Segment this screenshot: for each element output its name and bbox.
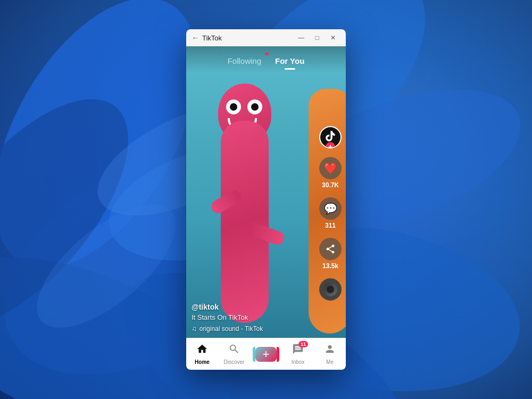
inbox-icon: 11 [292, 343, 304, 358]
eye-right [247, 99, 262, 114]
discover-icon [228, 343, 240, 358]
window-controls: — □ ✕ [294, 30, 340, 45]
share-icon [319, 238, 342, 260]
window-title: TikTok [202, 34, 294, 42]
like-button[interactable]: ❤️ 30.7K [319, 157, 342, 189]
nav-discover[interactable]: Discover [221, 343, 247, 365]
minimize-button[interactable]: — [294, 30, 309, 45]
video-info: @tiktok It Starts On TikTok ♫ original s… [192, 303, 314, 332]
comments-count: 311 [325, 222, 336, 229]
top-navigation: Following For You [186, 46, 346, 73]
arm-left [209, 188, 243, 216]
action-sidebar: + ❤️ 30.7K 💬 311 13.5k [319, 126, 342, 301]
plus-icon: + [263, 347, 270, 361]
pink-tube-man [202, 78, 287, 338]
music-note-icon: ♫ [192, 325, 197, 332]
create-button[interactable]: + [255, 347, 277, 362]
tiktok-window: ← TikTok — □ ✕ Following [186, 29, 346, 370]
music-disc-icon [319, 278, 342, 301]
creator-avatar: + [319, 126, 342, 148]
discover-label: Discover [224, 359, 245, 365]
share-button[interactable]: 13.5k [319, 238, 342, 270]
video-area[interactable]: Following For You + ❤️ [186, 46, 346, 338]
home-icon [196, 343, 208, 358]
nav-home[interactable]: Home [189, 343, 215, 365]
me-icon [324, 343, 336, 358]
close-button[interactable]: ✕ [326, 30, 340, 45]
video-music: ♫ original sound - TikTok [192, 325, 314, 332]
music-disc-center [327, 286, 334, 293]
music-text: original sound - TikTok [200, 325, 263, 332]
follow-plus-icon: + [326, 142, 335, 148]
eye-left [226, 99, 241, 114]
nav-me[interactable]: Me [317, 343, 343, 365]
home-label: Home [195, 359, 210, 365]
back-button[interactable]: ← [192, 34, 199, 42]
arm-right [246, 221, 286, 246]
creator-avatar-item[interactable]: + [319, 126, 342, 148]
video-username: @tiktok [192, 303, 314, 311]
bottom-navigation: Home Discover + 11 Inbox [186, 338, 346, 370]
video-caption: It Starts On TikTok [192, 313, 314, 321]
tab-following[interactable]: Following [221, 53, 268, 69]
inbox-label: Inbox [292, 359, 304, 365]
heart-icon: ❤️ [319, 157, 342, 179]
likes-count: 30.7K [322, 181, 339, 189]
me-label: Me [326, 359, 334, 365]
shares-count: 13.5k [322, 262, 338, 270]
music-disc-button[interactable] [319, 278, 342, 301]
tab-foryou[interactable]: For You [269, 53, 311, 69]
pink-body [221, 121, 269, 323]
nav-inbox[interactable]: 11 Inbox [285, 343, 311, 365]
inbox-badge: 11 [298, 341, 308, 347]
maximize-button[interactable]: □ [310, 30, 325, 45]
titlebar: ← TikTok — □ ✕ [186, 29, 346, 46]
nav-create[interactable]: + [253, 347, 279, 362]
comment-button[interactable]: 💬 311 [319, 197, 342, 229]
comment-icon: 💬 [319, 197, 342, 220]
